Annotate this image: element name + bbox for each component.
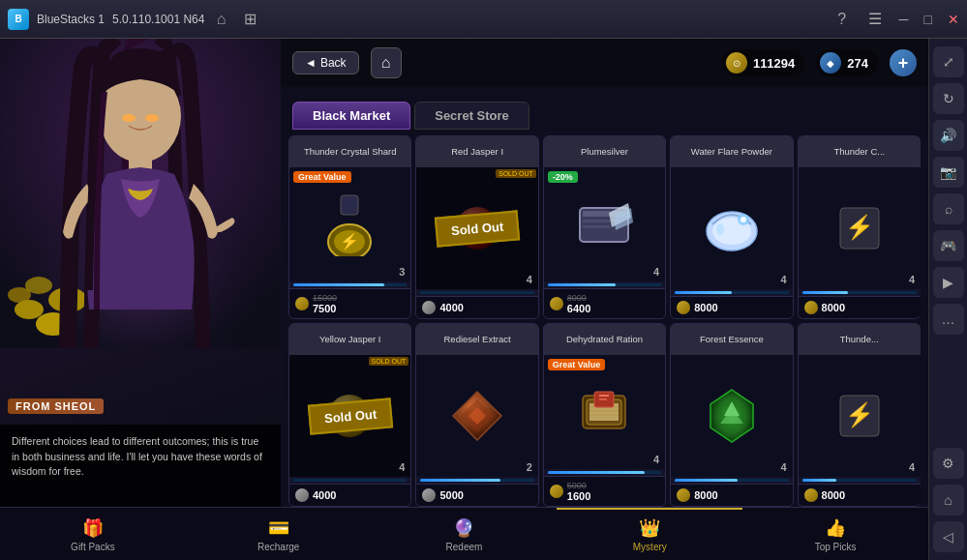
gold-icon: [550, 485, 563, 498]
item-name: Thunder Crystal Shard: [289, 136, 410, 167]
price-new: 5000: [439, 489, 463, 501]
silver-icon: [422, 301, 436, 314]
price-new: 8000: [694, 489, 717, 501]
side-btn-back2[interactable]: ◁: [933, 521, 964, 552]
sold-out-label: Sold Out: [435, 210, 521, 247]
nav-top-picks[interactable]: 👍 Top Picks: [742, 508, 928, 560]
item-quantity: 3: [399, 266, 405, 278]
item-name: Thunde...: [799, 324, 921, 355]
svg-point-2: [15, 300, 44, 319]
maximize-button[interactable]: □: [924, 12, 932, 27]
recharge-icon: 💳: [268, 517, 289, 539]
app-version: 5.0.110.1001 N64: [112, 13, 204, 26]
faction-label: FROM SHEOL: [15, 400, 96, 412]
gold-icon: [295, 297, 309, 310]
item-name: Thunder C...: [799, 136, 921, 167]
gold-coin-icon: ⊙: [726, 52, 747, 74]
item-rediesel-extract[interactable]: Rediesel Extract 2: [415, 323, 538, 507]
item-price: 8000: [671, 484, 792, 506]
item-progress-bar: [293, 283, 407, 286]
item-forest-essence[interactable]: Forest Essence 4: [670, 323, 793, 507]
title-bar-controls: ? ☰ ─ □ ✕: [833, 11, 959, 28]
item-name: Rediesel Extract: [416, 324, 537, 355]
main-content: FROM SHEOL Different choices lead to dif…: [0, 39, 928, 560]
gold-icon: [804, 301, 818, 314]
market-area: Black Market Secret Store Thunder Crysta…: [281, 87, 928, 507]
item-dehydrated-ration[interactable]: Dehydrated Ration Great Value: [543, 323, 666, 507]
item-water-flare-powder[interactable]: Water Flare Powder 4: [670, 135, 793, 319]
character-description-text: Different choices lead to different outc…: [12, 434, 269, 480]
back-label: Back: [320, 56, 347, 70]
item-price: 8000: [799, 296, 921, 318]
nav-mystery[interactable]: 👑 Mystery: [557, 508, 742, 560]
gold-value: 111294: [753, 56, 795, 71]
nav-recharge[interactable]: 💳 Recharge: [186, 508, 372, 560]
price-new: 4000: [439, 302, 463, 313]
forest-essence-visual: [703, 387, 761, 445]
item-progress-bar: [802, 291, 917, 294]
nav-redeem[interactable]: 🔮 Redeem: [372, 508, 558, 560]
svg-point-8: [122, 114, 136, 122]
add-currency-button[interactable]: +: [890, 49, 917, 76]
item-price: 8000: [799, 484, 921, 506]
home-icon[interactable]: ⌂: [212, 11, 229, 28]
character-art-svg: [0, 39, 281, 348]
side-btn-rpk[interactable]: ▶: [933, 267, 964, 298]
item-quantity: 4: [399, 461, 405, 473]
back-button[interactable]: ◄ Back: [292, 51, 359, 74]
side-btn-settings[interactable]: ⚙: [933, 448, 964, 479]
thunder-crystal-visual: ⚡: [323, 193, 377, 256]
nav-redeem-label: Redeem: [446, 542, 483, 552]
side-btn-gamepad[interactable]: 🎮: [933, 230, 964, 261]
bluestacks-logo: B: [8, 9, 29, 30]
items-grid: Thunder Crystal Shard Great Value ⚡ 3: [281, 135, 928, 507]
item-price: 4000: [289, 484, 410, 506]
item-yellow-jasper[interactable]: Yellow Jasper I Sold Out: [288, 323, 411, 507]
item-progress-bar: [420, 291, 533, 294]
item-red-jasper[interactable]: Red Jasper I Sold Out: [415, 135, 538, 319]
item-progress-bar: [675, 291, 788, 294]
ration-visual: [575, 384, 633, 440]
thunder-r2-visual: ⚡: [831, 388, 889, 444]
question-icon[interactable]: ?: [833, 11, 851, 28]
price-new: 1600: [567, 490, 590, 502]
minimize-button[interactable]: ─: [899, 12, 909, 27]
nav-gift-packs[interactable]: 🎁 Gift Packs: [0, 508, 186, 560]
item-plumesilver[interactable]: Plumesilver -20% 4: [543, 135, 666, 319]
price-new: 8000: [822, 489, 845, 501]
redeem-icon: 🔮: [453, 517, 474, 539]
item-progress-bar: [548, 471, 661, 474]
item-image: ⚡ 4: [799, 167, 921, 289]
price-old: 8000: [567, 293, 587, 303]
svg-point-27: [716, 223, 724, 235]
top-picks-icon: 👍: [825, 517, 846, 539]
gold-icon: [550, 297, 563, 310]
home-button[interactable]: ⌂: [371, 47, 402, 78]
side-btn-volume[interactable]: 🔊: [933, 120, 964, 151]
item-thunder-r2-5[interactable]: Thunde... ⚡ 4 8000: [798, 323, 921, 507]
item-quantity: 4: [653, 454, 659, 465]
sold-out-overlay: Sold Out SOLD OUT: [289, 355, 410, 477]
menu-icon[interactable]: ☰: [866, 11, 884, 28]
grid-icon[interactable]: ⊞: [241, 11, 258, 28]
side-btn-search[interactable]: ⌕: [933, 193, 964, 224]
plumesilver-visual: [575, 198, 633, 251]
tab-black-market[interactable]: Black Market: [292, 102, 410, 130]
item-quantity: 4: [780, 274, 786, 285]
bottom-nav: 🎁 Gift Packs 💳 Recharge 🔮 Redeem 👑 Myste…: [0, 507, 928, 560]
item-price: 5000: [416, 484, 537, 506]
item-thunder-crystal-shard[interactable]: Thunder Crystal Shard Great Value ⚡ 3: [288, 135, 411, 319]
side-toolbar: ⤢ ↻ 🔊 📷 ⌕ 🎮 ▶ … ⚙ ⌂ ◁: [928, 39, 967, 560]
side-btn-home2[interactable]: ⌂: [933, 485, 964, 516]
svg-text:⚡: ⚡: [340, 232, 359, 251]
close-button[interactable]: ✕: [948, 12, 959, 27]
side-btn-expand[interactable]: ⤢: [933, 46, 964, 77]
side-btn-more[interactable]: …: [933, 304, 964, 335]
side-btn-camera[interactable]: 📷: [933, 157, 964, 188]
item-thunder-5[interactable]: Thunder C... ⚡ 4 8000: [798, 135, 921, 319]
tab-secret-store[interactable]: Secret Store: [414, 102, 529, 130]
silver-icon: [422, 488, 436, 502]
side-btn-rotate[interactable]: ↻: [933, 83, 964, 114]
item-quantity: 4: [653, 266, 659, 278]
blue-value: 274: [847, 56, 868, 71]
